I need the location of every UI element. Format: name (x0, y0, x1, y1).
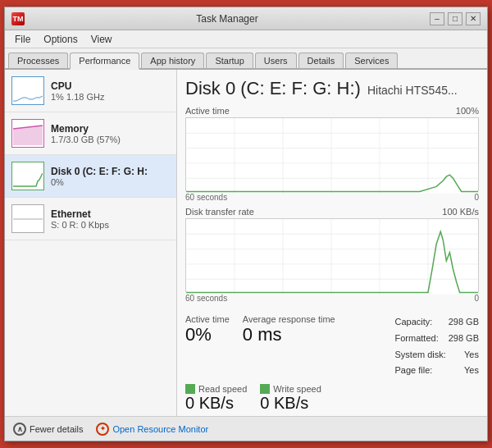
read-speed-item: Read speed 0 KB/s (185, 384, 247, 413)
ethernet-graph-icon (11, 204, 44, 233)
page-file-value: Yes (464, 363, 479, 379)
window-title: Task Manager (25, 13, 430, 25)
footer: ∧ Fewer details ✦ Open Resource Monitor (5, 416, 487, 441)
active-time-chart (185, 117, 479, 191)
chart1-max: 100% (456, 106, 479, 116)
disk-label: Disk 0 (C: E: F: G: H: (51, 166, 148, 177)
read-speed-label: Read speed (198, 384, 247, 394)
read-speed-value: 0 KB/s (185, 394, 247, 413)
cpu-info: CPU 1% 1.18 GHz (51, 80, 104, 102)
close-button[interactable]: ✕ (466, 12, 481, 25)
tabs-bar: Processes Performance App history Startu… (5, 48, 487, 70)
sidebar: CPU 1% 1.18 GHz Memory 1.7/3.0 GB (57%) (5, 70, 177, 416)
sidebar-item-ethernet[interactable]: Ethernet S: 0 R: 0 Kbps (5, 198, 176, 240)
write-speed-value: 0 KB/s (260, 394, 321, 413)
menu-view[interactable]: View (84, 32, 119, 47)
capacity-label: Capacity: (395, 314, 433, 331)
open-resource-monitor-link[interactable]: ✦ Open Resource Monitor (96, 423, 208, 436)
chart1-label-row: Active time 100% (185, 106, 479, 116)
tab-startup[interactable]: Startup (206, 53, 253, 68)
avg-response-label: Average response time (243, 314, 335, 324)
cpu-label: CPU (51, 80, 104, 92)
sidebar-item-disk[interactable]: Disk 0 (C: E: F: G: H: 0% (5, 155, 176, 198)
tab-users[interactable]: Users (255, 53, 297, 68)
disk-value: 0% (51, 177, 148, 187)
read-speed-dot (185, 384, 195, 394)
avg-response-value: 0 ms (243, 324, 335, 345)
disk-model: Hitachi HTS545... (367, 84, 458, 97)
write-speed-dot (260, 384, 270, 394)
disk-header: Disk 0 (C: E: F: G: H:) Hitachi HTS545..… (185, 78, 479, 99)
write-speed-indicator: Write speed (260, 384, 321, 394)
transfer-rate-chart (185, 218, 479, 292)
chart2-time: 60 seconds (185, 294, 227, 303)
stats-row: Active time 0% Average response time 0 m… (185, 314, 479, 379)
active-time-stat: Active time 0% (185, 314, 230, 345)
tab-details[interactable]: Details (298, 53, 344, 68)
maximize-button[interactable]: □ (448, 12, 462, 25)
window-icon: TM (11, 12, 25, 25)
title-bar: TM Task Manager – □ ✕ (5, 7, 487, 30)
ethernet-value: S: 0 R: 0 Kbps (51, 220, 109, 230)
write-speed-item: Write speed 0 KB/s (260, 384, 321, 413)
chart2-label-row: Disk transfer rate 100 KB/s (185, 207, 479, 217)
menu-file[interactable]: File (8, 32, 37, 47)
capacity-info: Capacity: 298 GB Formatted: 298 GB Syste… (395, 314, 480, 379)
chart2-label: Disk transfer rate (185, 207, 254, 217)
task-manager-window: TM Task Manager – □ ✕ File Options View … (4, 7, 488, 441)
tab-processes[interactable]: Processes (8, 53, 68, 68)
read-speed-indicator: Read speed (185, 384, 247, 394)
disk-info: Disk 0 (C: E: F: G: H: 0% (51, 166, 148, 187)
open-resource-monitor-label: Open Resource Monitor (112, 424, 208, 434)
memory-graph-icon (11, 119, 44, 148)
active-time-label: Active time (185, 314, 230, 324)
resource-monitor-icon: ✦ (96, 423, 109, 436)
ethernet-info: Ethernet S: 0 R: 0 Kbps (51, 208, 109, 230)
sidebar-item-cpu[interactable]: CPU 1% 1.18 GHz (5, 70, 176, 112)
minimize-button[interactable]: – (430, 12, 444, 25)
disk-title: Disk 0 (C: E: F: G: H:) (185, 78, 361, 99)
avg-response-stat: Average response time 0 ms (243, 314, 335, 345)
tab-services[interactable]: Services (345, 53, 398, 68)
cpu-value: 1% 1.18 GHz (51, 92, 104, 102)
ethernet-label: Ethernet (51, 208, 109, 220)
active-time-value: 0% (185, 324, 230, 345)
menu-bar: File Options View (5, 30, 487, 48)
chart1-label: Active time (185, 106, 230, 116)
memory-label: Memory (51, 123, 121, 135)
svg-rect-3 (13, 165, 43, 188)
sidebar-item-memory[interactable]: Memory 1.7/3.0 GB (57%) (5, 112, 176, 155)
chart2-min: 0 (474, 294, 479, 303)
capacity-value: 298 GB (449, 314, 479, 331)
tab-performance[interactable]: Performance (70, 53, 139, 70)
fewer-details-label: Fewer details (30, 424, 83, 434)
menu-options[interactable]: Options (37, 32, 84, 47)
formatted-value: 298 GB (449, 331, 479, 347)
memory-info: Memory 1.7/3.0 GB (57%) (51, 123, 121, 144)
main-content: CPU 1% 1.18 GHz Memory 1.7/3.0 GB (57%) (5, 70, 487, 416)
chart1-min: 0 (474, 193, 479, 202)
active-time-chart-section: Active time 100% (185, 106, 479, 202)
svg-rect-5 (186, 118, 478, 194)
memory-value: 1.7/3.0 GB (57%) (51, 135, 121, 144)
chart2-bottom: 60 seconds 0 (185, 294, 479, 303)
speed-row: Read speed 0 KB/s Write speed 0 KB/s (185, 384, 479, 413)
chart1-time: 60 seconds (185, 193, 227, 202)
chart1-bottom: 60 seconds 0 (185, 193, 479, 202)
cpu-graph-icon (11, 76, 44, 105)
write-speed-label: Write speed (273, 384, 321, 394)
system-disk-value: Yes (464, 347, 479, 363)
formatted-label: Formatted: (395, 331, 439, 347)
fewer-details-icon: ∧ (13, 423, 26, 436)
svg-rect-0 (13, 80, 43, 103)
transfer-rate-chart-section: Disk transfer rate 100 KB/s (185, 207, 479, 303)
right-panel: Disk 0 (C: E: F: G: H:) Hitachi HTS545..… (177, 70, 487, 416)
system-disk-label: System disk: (395, 347, 446, 363)
disk-graph-icon (11, 162, 44, 190)
page-file-label: Page file: (395, 363, 433, 379)
tab-app-history[interactable]: App history (141, 53, 204, 68)
chart2-max: 100 KB/s (442, 207, 479, 217)
window-controls: – □ ✕ (430, 12, 481, 25)
fewer-details-button[interactable]: ∧ Fewer details (13, 423, 83, 436)
